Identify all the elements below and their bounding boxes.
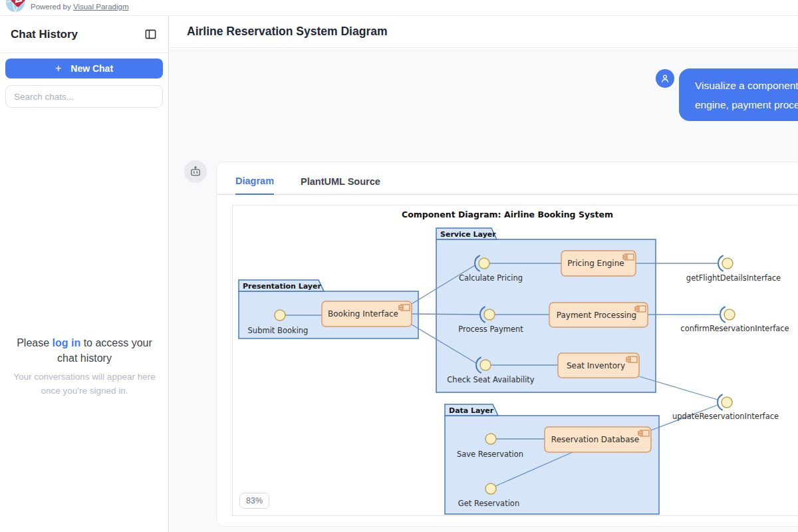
package-data-label: Data Layer (449, 406, 494, 415)
panel-collapse-icon (144, 28, 157, 41)
main-titlebar: Airline Reservation System Diagram (170, 16, 798, 48)
component-diagram: Component Diagram: Airline Booking Syste… (233, 205, 798, 515)
new-chat-button[interactable]: + New Chat (5, 59, 163, 78)
component-pricing-engine: Pricing Engine (561, 251, 636, 276)
user-message-line2: engine, payment proce (695, 95, 798, 114)
component-payment-label: Payment Processing (557, 311, 636, 320)
login-text-before: Please (17, 337, 52, 348)
component-seat-inventory: Seat Inventory (558, 353, 639, 378)
component-icon (638, 430, 649, 436)
component-database-label: Reservation Database (551, 435, 639, 444)
chat-area: Visualize a component engine, payment pr… (170, 49, 798, 532)
interface-label: getFlightDetailsInterface (686, 273, 781, 283)
robot-icon (189, 165, 202, 178)
zoom-level-badge: 83% (239, 493, 269, 509)
login-prompt: Please log in to access your chat histor… (0, 335, 169, 398)
component-booking-label: Booking Interface (328, 309, 398, 319)
visual-paradigm-link[interactable]: Visual Paradigm (73, 3, 129, 11)
component-icon (635, 306, 646, 312)
user-avatar (656, 69, 674, 88)
interface-label: Get Reservation (458, 499, 519, 508)
interface-label: Process Payment (458, 325, 523, 334)
user-message-line1: Visualize a component (695, 76, 798, 95)
interface-label: updateReservationInterface (672, 412, 779, 421)
tab-row: Diagram PlantUML Source (217, 162, 798, 195)
component-pricing-label: Pricing Engine (567, 259, 624, 268)
log-in-link[interactable]: log in (53, 337, 81, 348)
visual-paradigm-logo-icon (5, 0, 27, 13)
user-message-bubble: Visualize a component engine, payment pr… (679, 68, 798, 121)
interface-confirm-reservation: confirmReservationInterface (680, 307, 789, 334)
diagram-viewport[interactable]: 83% Component Diagram: Airline Booking S… (232, 205, 798, 516)
component-seat-label: Seat Inventory (567, 361, 625, 370)
page-title: Airline Reservation System Diagram (187, 25, 388, 39)
sidebar-header: Chat History (0, 16, 168, 53)
tab-plantuml-source[interactable]: PlantUML Source (301, 176, 380, 194)
interface-label: confirmReservationInterface (680, 324, 789, 333)
interface-get-flight-details: getFlightDetailsInterface (686, 256, 781, 283)
powered-by: Powered by Visual Paradigm (31, 3, 128, 11)
collapse-sidebar-button[interactable] (143, 27, 158, 42)
package-data-layer: Data Layer (445, 404, 659, 514)
component-icon (626, 356, 637, 362)
component-payment-processing: Payment Processing (549, 303, 648, 327)
person-icon (659, 72, 671, 84)
diagram-title: Component Diagram: Airline Booking Syste… (402, 209, 613, 219)
component-icon (623, 254, 634, 260)
assistant-response-card: Diagram PlantUML Source 83% Component Di… (216, 162, 798, 527)
tab-diagram[interactable]: Diagram (235, 176, 274, 195)
app-header: ChatBot Powered by Visual Paradigm (0, 0, 798, 16)
plus-icon: + (55, 63, 61, 74)
chat-history-title: Chat History (11, 28, 78, 41)
new-chat-label: New Chat (70, 63, 113, 74)
assistant-avatar (184, 160, 207, 183)
component-reservation-database: Reservation Database (545, 427, 651, 452)
interface-label: Calculate Pricing (459, 273, 523, 283)
search-chats-input[interactable] (5, 85, 163, 108)
interface-label: Save Reservation (457, 450, 523, 459)
login-prompt-text: Please log in to access your chat histor… (13, 335, 156, 366)
component-icon (399, 305, 410, 311)
login-note: Your conversations will appear here once… (13, 370, 156, 398)
package-presentation-label: Presentation Layer (243, 282, 321, 291)
sidebar: Chat History + New Chat Please log in to… (0, 16, 169, 532)
interface-update-reservation: updateReservationInterface (672, 395, 779, 422)
interface-label: Check Seat Availability (447, 375, 534, 384)
interface-label: Submit Booking (248, 326, 309, 335)
package-service-label: Service Layer (440, 230, 496, 239)
powered-by-text: Powered by (31, 3, 73, 11)
app-title: ChatBot (31, 0, 69, 2)
component-booking-interface: Booking Interface (322, 301, 412, 327)
